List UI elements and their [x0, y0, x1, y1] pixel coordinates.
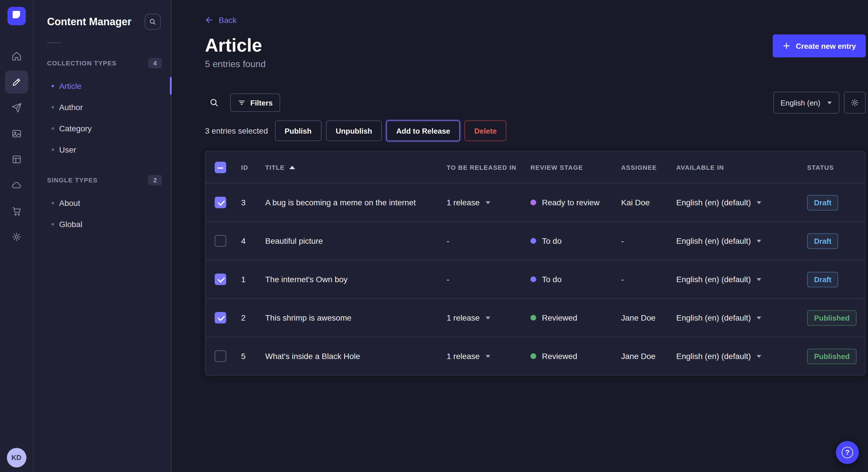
row-checkbox[interactable] — [215, 312, 226, 324]
collection-types-section: COLLECTION TYPES 4 ArticleAuthorCategory… — [33, 58, 171, 160]
avatar[interactable]: KD — [7, 448, 26, 467]
review-stage-label: To do — [542, 236, 562, 245]
subnav-item-label: User — [59, 145, 76, 154]
column-header-id[interactable]: ID — [232, 164, 256, 171]
unpublish-button[interactable]: Unpublish — [326, 121, 382, 141]
filters-button[interactable]: Filters — [230, 94, 280, 112]
delete-button[interactable]: Delete — [464, 121, 506, 141]
status-badge: Draft — [807, 195, 838, 210]
chevron-down-icon — [756, 201, 761, 204]
table-row[interactable]: 3A bug is becoming a meme on the interne… — [206, 183, 865, 222]
row-id: 1 — [232, 275, 256, 284]
bullet-icon — [52, 202, 54, 204]
row-available-in[interactable]: English (en) (default) — [667, 351, 798, 361]
main-content: Back Article 5 entries found Create new … — [172, 0, 868, 472]
column-header-assignee: ASSIGNEE — [612, 164, 667, 171]
home-icon — [11, 51, 22, 61]
entries-count: 5 entries found — [205, 59, 266, 69]
sort-ascending-icon — [289, 165, 295, 169]
table-row[interactable]: 1The internet's Own boy-To do-English (e… — [206, 260, 865, 298]
column-header-title[interactable]: TITLE — [256, 164, 437, 171]
feather-icon — [11, 77, 22, 87]
help-icon: ? — [842, 447, 853, 458]
selection-count-text: 3 entries selected — [205, 126, 268, 135]
bullet-icon — [52, 127, 54, 129]
content-manager-nav-button[interactable] — [5, 71, 28, 94]
row-available-in[interactable]: English (en) (default) — [667, 236, 798, 245]
search-icon — [149, 18, 157, 26]
subnav-item-article[interactable]: Article — [33, 75, 171, 96]
paper-plane-icon — [11, 103, 22, 113]
media-library-nav-button[interactable] — [5, 122, 28, 145]
page-heading: Article 5 entries found — [205, 34, 266, 69]
row-release: - — [437, 236, 521, 245]
cloud-icon — [11, 180, 22, 191]
strapi-logo[interactable] — [7, 7, 26, 25]
create-new-entry-button[interactable]: Create new entry — [773, 34, 866, 57]
subnav-item-global[interactable]: Global — [33, 213, 171, 235]
publish-button[interactable]: Publish — [275, 121, 321, 141]
row-available-in[interactable]: English (en) (default) — [667, 313, 798, 322]
page-title: Article — [205, 34, 266, 56]
bullet-icon — [52, 85, 54, 87]
help-button[interactable]: ? — [836, 441, 859, 464]
row-review-stage: To do — [521, 236, 612, 245]
locale-label: English (en) (default) — [676, 275, 751, 284]
settings-nav-button[interactable] — [5, 225, 28, 248]
release-label: - — [446, 236, 449, 245]
marketplace-nav-button[interactable] — [5, 200, 28, 223]
row-release[interactable]: 1 release — [437, 313, 521, 322]
content-type-builder-nav-button[interactable] — [5, 148, 28, 171]
subnav-search-button[interactable] — [145, 14, 161, 30]
row-available-in[interactable]: English (en) (default) — [667, 275, 798, 284]
table-row[interactable]: 2This shrimp is awesome1 releaseReviewed… — [206, 298, 865, 337]
locale-select[interactable]: English (en) — [773, 92, 839, 113]
review-stage-dot-icon — [530, 276, 536, 282]
row-available-in[interactable]: English (en) (default) — [667, 198, 798, 207]
subnav-item-user[interactable]: User — [33, 139, 171, 160]
row-checkbox[interactable] — [215, 235, 226, 247]
row-checkbox[interactable] — [215, 274, 226, 285]
content-manager-subnav: Content Manager COLLECTION TYPES 4 Artic… — [33, 0, 172, 472]
row-id: 3 — [232, 198, 256, 207]
row-assignee: Jane Doe — [612, 351, 667, 361]
subnav-item-label: About — [59, 198, 80, 207]
table-row[interactable]: 5What's inside a Black Hole1 releaseRevi… — [206, 337, 865, 375]
section-label: COLLECTION TYPES — [47, 60, 117, 67]
table-row[interactable]: 4Beautiful picture-To do-English (en) (d… — [206, 222, 865, 260]
row-assignee: - — [612, 275, 667, 284]
locale-label: English (en) (default) — [676, 351, 751, 361]
row-title: This shrimp is awesome — [256, 313, 437, 322]
home-nav-button[interactable] — [5, 45, 28, 68]
subnav-item-category[interactable]: Category — [33, 117, 171, 139]
search-icon — [209, 98, 219, 108]
row-release[interactable]: 1 release — [437, 351, 521, 361]
add-to-release-button[interactable]: Add to Release — [386, 121, 460, 141]
row-id: 5 — [232, 351, 256, 361]
row-title: A bug is becoming a meme on the internet — [256, 198, 437, 207]
bullet-icon — [52, 106, 54, 108]
releases-nav-button[interactable] — [5, 96, 28, 119]
count-badge: 2 — [148, 175, 162, 185]
row-review-stage: To do — [521, 275, 612, 284]
subnav-item-author[interactable]: Author — [33, 96, 171, 117]
row-checkbox[interactable] — [215, 350, 226, 362]
status-badge: Published — [807, 310, 857, 326]
count-badge: 4 — [148, 58, 162, 68]
select-all-checkbox[interactable] — [215, 162, 226, 173]
row-assignee: Jane Doe — [612, 313, 667, 322]
review-stage-dot-icon — [530, 200, 536, 205]
subnav-item-label: Article — [59, 81, 82, 90]
app-window: KD Content Manager COLLECTION TYPES 4 Ar… — [0, 0, 868, 472]
review-stage-dot-icon — [530, 353, 536, 359]
row-release[interactable]: 1 release — [437, 198, 521, 207]
row-checkbox[interactable] — [215, 197, 226, 208]
deploy-nav-button[interactable] — [5, 174, 28, 197]
row-assignee: Kai Doe — [612, 198, 667, 207]
status-badge: Draft — [807, 272, 838, 287]
search-button[interactable] — [205, 94, 223, 112]
back-link[interactable]: Back — [205, 15, 237, 25]
single-types-list: AboutGlobal — [33, 192, 171, 235]
view-settings-button[interactable] — [844, 92, 866, 113]
subnav-item-about[interactable]: About — [33, 192, 171, 213]
